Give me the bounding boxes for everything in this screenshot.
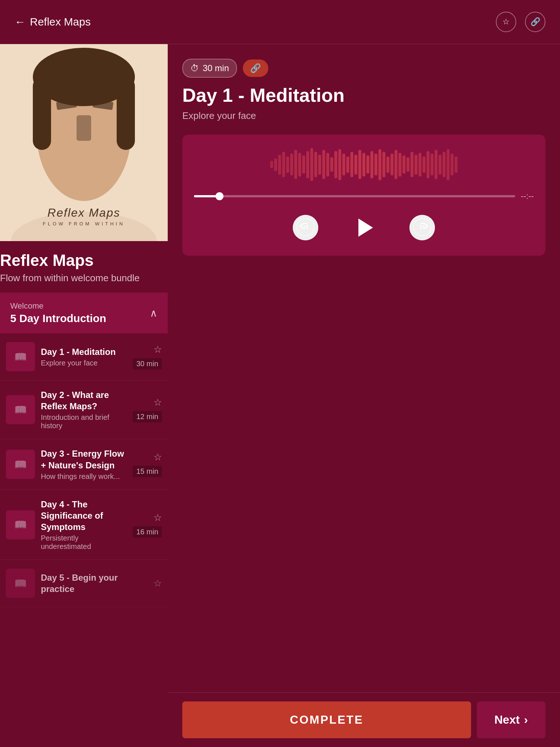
rewind-button[interactable]: 15 bbox=[293, 215, 318, 240]
back-icon: ← bbox=[15, 16, 26, 28]
app-header: ← Reflex Maps ☆ 🔗 bbox=[0, 0, 560, 44]
link-icon: 🔗 bbox=[250, 63, 261, 73]
waveform-bar bbox=[350, 152, 353, 177]
waveform-bar bbox=[310, 148, 313, 181]
hero-image: Reflex Maps FLOW FROM WITHIN bbox=[0, 44, 168, 241]
lesson-duration-2: 12 min bbox=[133, 411, 162, 422]
waveform-bar bbox=[274, 158, 277, 171]
waveform-bar bbox=[334, 151, 337, 178]
waveform-bar bbox=[306, 151, 309, 178]
welcome-label: Welcome bbox=[10, 301, 106, 311]
lesson-thumbnail-3: 📖 bbox=[6, 450, 35, 479]
waveform-bar bbox=[447, 149, 450, 180]
waveform-bar bbox=[435, 150, 438, 179]
right-panel: ⏱ 30 min 🔗 Day 1 - Meditation Explore yo… bbox=[168, 44, 560, 607]
lesson-item-3[interactable]: 📖 Day 3 - Energy Flow + Nature's Design … bbox=[0, 439, 168, 489]
waveform-bar bbox=[314, 152, 317, 177]
favorite-button[interactable]: ☆ bbox=[496, 12, 516, 32]
waveform-bar bbox=[415, 155, 417, 175]
progress-fill bbox=[194, 195, 219, 197]
next-icon: › bbox=[524, 713, 528, 727]
play-icon bbox=[358, 218, 373, 237]
duration-value: 30 min bbox=[203, 63, 229, 73]
back-button[interactable]: ← Reflex Maps bbox=[15, 16, 91, 28]
lesson-name-2: Day 2 - What are Reflex Maps? bbox=[41, 389, 127, 412]
waveform-bar bbox=[423, 156, 425, 173]
header-right: ☆ 🔗 bbox=[496, 12, 545, 32]
link-button[interactable]: 🔗 bbox=[243, 59, 268, 77]
waveform-bar bbox=[358, 150, 361, 179]
lesson-favorite-3[interactable]: ☆ bbox=[153, 452, 162, 463]
lesson-favorite-1[interactable]: ☆ bbox=[153, 344, 162, 355]
content-meta: ⏱ 30 min 🔗 bbox=[182, 59, 545, 78]
lesson-item[interactable]: 📖 Day 1 - Meditation Explore your face ☆… bbox=[0, 333, 168, 380]
complete-button[interactable]: COMPLETE bbox=[182, 701, 471, 738]
waveform-bar bbox=[290, 154, 293, 175]
playlist-section: Welcome 5 Day Introduction ∧ 📖 Day 1 - M… bbox=[0, 293, 168, 607]
share-button[interactable]: 🔗 bbox=[525, 12, 545, 32]
lesson-item-4[interactable]: 📖 Day 4 - The Significance of Symptoms P… bbox=[0, 490, 168, 560]
waveform-bar bbox=[398, 153, 401, 177]
lesson-name-4: Day 4 - The Significance of Symptoms bbox=[41, 499, 127, 533]
player-controls: 15 15 bbox=[194, 211, 534, 244]
waveform-bar bbox=[374, 154, 377, 175]
book-icon-2: 📖 bbox=[14, 404, 27, 416]
forward-button[interactable]: 15 bbox=[409, 215, 435, 240]
lesson-duration-4: 16 min bbox=[133, 526, 162, 538]
waveform-bar bbox=[322, 150, 325, 179]
waveform-bar bbox=[427, 151, 429, 178]
book-icon-5: 📖 bbox=[14, 577, 27, 589]
svg-text:15: 15 bbox=[419, 224, 425, 230]
header-left: ← Reflex Maps bbox=[15, 16, 91, 28]
lesson-thumbnail-4: 📖 bbox=[6, 510, 35, 539]
waveform-bar bbox=[286, 156, 289, 173]
lesson-info-3: Day 3 - Energy Flow + Nature's Design Ho… bbox=[35, 448, 133, 480]
progress-track[interactable] bbox=[194, 195, 515, 197]
waveform-bar bbox=[382, 152, 385, 177]
lesson-thumbnail-2: 📖 bbox=[6, 395, 35, 424]
svg-rect-7 bbox=[117, 77, 135, 150]
content-title: Day 1 - Meditation bbox=[182, 85, 545, 106]
lesson-name-1: Day 1 - Meditation bbox=[41, 346, 127, 357]
waveform-bar bbox=[390, 154, 393, 175]
waveform-bar bbox=[330, 157, 333, 172]
lesson-info-4: Day 4 - The Significance of Symptoms Per… bbox=[35, 499, 133, 551]
book-icon-4: 📖 bbox=[14, 519, 27, 531]
waveform-bar bbox=[302, 155, 305, 174]
course-title: Reflex Maps bbox=[0, 251, 168, 270]
bottom-action-bar: COMPLETE Next › bbox=[168, 692, 560, 747]
playlist-header[interactable]: Welcome 5 Day Introduction ∧ bbox=[0, 293, 168, 333]
waveform-bar bbox=[326, 153, 329, 177]
waveform-bar bbox=[366, 155, 369, 174]
lesson-desc-2: Introduction and brief history bbox=[41, 413, 127, 430]
lesson-thumbnail-5: 📖 bbox=[6, 569, 35, 598]
lesson-favorite-5[interactable]: ☆ bbox=[153, 578, 162, 589]
lesson-right-5: ☆ bbox=[153, 578, 162, 589]
waveform-bar bbox=[270, 161, 273, 168]
waveform-bar bbox=[370, 151, 373, 178]
waveform-bar bbox=[378, 149, 381, 180]
book-icon: 📖 bbox=[14, 351, 27, 363]
lesson-item-5[interactable]: 📖 Day 5 - Begin your practice ☆ bbox=[0, 560, 168, 607]
waveform-bar bbox=[318, 155, 321, 175]
back-label: Reflex Maps bbox=[30, 16, 91, 28]
lesson-name-3: Day 3 - Energy Flow + Nature's Design bbox=[41, 448, 127, 471]
svg-rect-6 bbox=[33, 77, 51, 150]
next-button[interactable]: Next › bbox=[477, 701, 545, 738]
progress-time: --:-- bbox=[521, 191, 534, 201]
svg-rect-4 bbox=[77, 115, 91, 141]
lesson-favorite-4[interactable]: ☆ bbox=[153, 512, 162, 523]
waveform-bar bbox=[362, 153, 365, 177]
lesson-favorite-2[interactable]: ☆ bbox=[153, 397, 162, 408]
play-button[interactable] bbox=[347, 211, 380, 244]
svg-text:15: 15 bbox=[303, 224, 308, 230]
waveform-bar bbox=[338, 149, 341, 180]
lesson-item-2[interactable]: 📖 Day 2 - What are Reflex Maps? Introduc… bbox=[0, 380, 168, 439]
waveform-bar bbox=[346, 156, 349, 173]
audio-player: --:-- 15 bbox=[182, 135, 545, 256]
lesson-duration-3: 15 min bbox=[133, 466, 162, 477]
playlist-header-text: Welcome 5 Day Introduction bbox=[10, 301, 106, 325]
duration-badge: ⏱ 30 min bbox=[182, 59, 237, 78]
lesson-right-2: ☆ 12 min bbox=[133, 397, 162, 422]
left-panel: Reflex Maps FLOW FROM WITHIN Reflex Maps… bbox=[0, 44, 168, 607]
